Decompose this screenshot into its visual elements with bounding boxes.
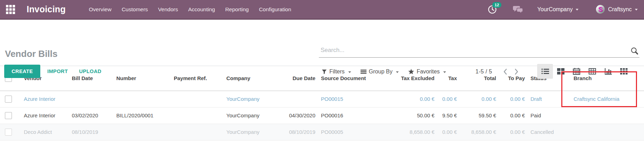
column-company[interactable]: Company	[224, 66, 276, 91]
calendar-view-icon	[573, 68, 580, 75]
cell-status[interactable]: Cancelled	[528, 124, 568, 140]
main-menu: Overview Customers Vendors Accounting Re…	[89, 6, 292, 13]
kanban-view-icon	[557, 68, 564, 74]
cell-branch[interactable]	[568, 124, 644, 140]
group-by-icon	[361, 69, 366, 74]
menu-vendors[interactable]: Vendors	[158, 6, 178, 13]
pager-previous-button[interactable]	[500, 69, 511, 75]
chevron-left-icon	[503, 69, 507, 75]
view-calendar-button[interactable]	[569, 64, 584, 79]
menu-overview[interactable]: Overview	[89, 6, 112, 13]
cell-number[interactable]	[114, 124, 171, 140]
activities-button[interactable]: 12	[488, 5, 497, 14]
chevron-down-icon	[348, 71, 351, 73]
column-number[interactable]: Number	[114, 66, 171, 91]
row-checkbox[interactable]	[5, 129, 12, 136]
action-buttons: CREATE IMPORT UPLOAD	[4, 65, 101, 78]
cell-company[interactable]: YourCompany	[224, 124, 276, 140]
group-by-dropdown[interactable]: Group By	[361, 69, 399, 75]
apps-grid-icon	[6, 5, 15, 14]
filters-label: Filters	[329, 69, 345, 75]
cell-branch[interactable]: Craftsync California	[568, 91, 644, 107]
menu-configuration[interactable]: Configuration	[259, 6, 291, 13]
cell-source-document[interactable]: PO00016	[318, 107, 380, 124]
cell-tax[interactable]: 0.00 €	[437, 91, 460, 107]
user-name: Craftsync	[608, 6, 632, 13]
user-menu[interactable]: S Craftsync	[596, 5, 638, 14]
funnel-icon	[322, 69, 327, 74]
cell-vendor[interactable]: Deco Addict	[21, 124, 69, 140]
pager-range: 1-5 / 5	[475, 69, 492, 75]
view-activity-button[interactable]	[616, 64, 632, 79]
filters-dropdown[interactable]: Filters	[322, 69, 351, 75]
cell-to-pay[interactable]: 0.00 €	[499, 107, 528, 124]
group-by-label: Group By	[369, 69, 393, 75]
cell-number[interactable]: BILL/2020/0001	[114, 107, 171, 124]
table-row[interactable]: Azure Interior YourCompany PO00015 0.00 …	[0, 91, 644, 107]
top-navbar: Invoicing Overview Customers Vendors Acc…	[0, 0, 644, 20]
navbar-right: 12 YourCompany S Craftsync	[488, 5, 638, 14]
pager: 1-5 / 5	[475, 65, 522, 79]
cell-due-date[interactable]: 08/10/2019	[276, 124, 318, 140]
cell-due-date[interactable]	[276, 91, 318, 107]
cell-tax-excluded[interactable]: 8,658.00 €	[380, 124, 437, 140]
menu-accounting[interactable]: Accounting	[188, 6, 215, 13]
table-row[interactable]: Azure Interior 03/02/2020 BILL/2020/0001…	[0, 107, 644, 124]
cell-vendor[interactable]: Azure Interior	[21, 91, 69, 107]
cell-to-pay[interactable]: 0.00 €	[499, 124, 528, 140]
cell-payment-ref[interactable]	[171, 124, 224, 140]
cell-to-pay[interactable]: 0.00 €	[499, 91, 528, 107]
cell-status[interactable]: Paid	[528, 107, 568, 124]
view-list-button[interactable]	[537, 64, 553, 79]
column-payment-ref[interactable]: Payment Ref.	[171, 66, 224, 91]
cell-due-date[interactable]: 04/30/2020	[276, 107, 318, 124]
row-checkbox[interactable]	[5, 96, 12, 103]
cell-payment-ref[interactable]	[171, 107, 224, 124]
messages-button[interactable]	[513, 5, 523, 14]
cell-bill-date[interactable]: 03/02/2020	[69, 107, 114, 124]
search-icon[interactable]	[630, 47, 639, 55]
cell-status[interactable]: Draft	[528, 91, 568, 107]
table-row[interactable]: Deco Addict 08/10/2019 YourCompany 08/10…	[0, 124, 644, 140]
cell-tax-excluded[interactable]: 50.00 €	[380, 107, 437, 124]
cell-source-document[interactable]: PO00005	[318, 124, 380, 140]
column-due-date[interactable]: Due Date	[276, 66, 318, 91]
cell-company[interactable]: YourCompany	[224, 91, 276, 107]
menu-customers[interactable]: Customers	[122, 6, 148, 13]
view-graph-button[interactable]	[600, 64, 616, 79]
cell-tax[interactable]: 9.50 €	[437, 107, 460, 124]
cell-vendor[interactable]: Azure Interior	[21, 107, 69, 124]
cell-tax-excluded[interactable]: 0.00 €	[380, 91, 437, 107]
avatar: S	[596, 5, 605, 14]
create-button[interactable]: CREATE	[4, 65, 40, 78]
cell-tax[interactable]: 0.00 €	[437, 124, 460, 140]
upload-button[interactable]: UPLOAD	[79, 69, 102, 74]
favorites-label: Favorites	[417, 69, 440, 75]
menu-reporting[interactable]: Reporting	[225, 6, 249, 13]
cell-total[interactable]: 0.00 €	[460, 91, 499, 107]
app-title[interactable]: Invoicing	[27, 4, 66, 14]
apps-menu-button[interactable]	[6, 5, 15, 14]
cell-payment-ref[interactable]	[171, 91, 224, 107]
view-pivot-button[interactable]	[584, 64, 600, 79]
cell-bill-date[interactable]: 08/10/2019	[69, 124, 114, 140]
import-button[interactable]: IMPORT	[47, 69, 68, 74]
cell-source-document[interactable]: PO00015	[318, 91, 380, 107]
cell-bill-date[interactable]	[69, 91, 114, 107]
search-options: Filters Group By Favorites	[322, 65, 446, 79]
row-checkbox[interactable]	[5, 112, 12, 119]
company-switcher[interactable]: YourCompany	[537, 6, 579, 13]
favorites-dropdown[interactable]: Favorites	[408, 69, 446, 75]
cell-total[interactable]: 59.50 €	[460, 107, 499, 124]
graph-view-icon	[604, 68, 612, 75]
chevron-down-icon	[443, 71, 446, 73]
cell-number[interactable]	[114, 91, 171, 107]
cell-branch[interactable]	[568, 107, 644, 124]
search-input[interactable]	[319, 45, 639, 58]
cell-company[interactable]: YourCompany	[224, 107, 276, 124]
view-switcher	[537, 64, 632, 79]
pager-next-button[interactable]	[511, 69, 522, 75]
page-title: Vendor Bills	[5, 48, 57, 59]
cell-total[interactable]: 8,658.00 €	[460, 124, 499, 140]
view-kanban-button[interactable]	[553, 64, 569, 79]
